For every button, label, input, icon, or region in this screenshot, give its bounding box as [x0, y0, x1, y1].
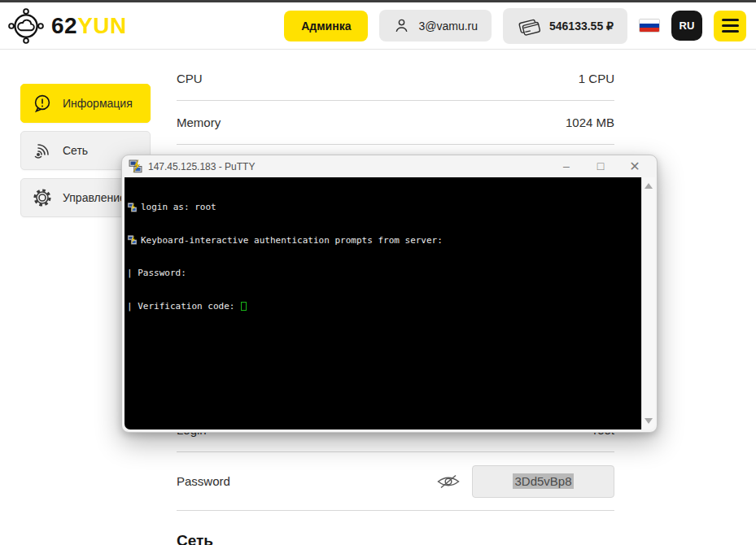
spec-row-cpu: CPU 1 CPU — [177, 57, 614, 101]
terminal-scrollbar[interactable] — [641, 177, 655, 429]
logo[interactable]: 62YUN — [8, 8, 127, 44]
eye-off-icon — [436, 473, 461, 490]
hamburger-bar — [722, 19, 739, 21]
scroll-up-icon[interactable] — [645, 183, 653, 189]
spec-label: Memory — [177, 116, 221, 129]
terminal-cursor — [241, 302, 247, 311]
minimize-button[interactable]: – — [549, 155, 583, 177]
password-input[interactable]: 3Dd5vBp8 — [472, 465, 614, 498]
toggle-password-visibility-button[interactable] — [436, 473, 461, 490]
spec-label: CPU — [177, 72, 203, 85]
terminal-text: login as: root — [141, 202, 216, 213]
terminal-text: | Password: — [127, 268, 186, 279]
terminal-line: | Verification code: — [127, 301, 641, 312]
terminal[interactable]: login as: root Keyboard-interactive auth… — [125, 177, 641, 429]
wallet-icon — [517, 15, 541, 37]
spec-value: 1 CPU — [579, 72, 614, 85]
gear-icon — [32, 187, 53, 208]
sidebar-item-label: Информация — [63, 97, 133, 110]
scroll-down-icon[interactable] — [645, 418, 653, 424]
putty-body: login as: root Keyboard-interactive auth… — [125, 177, 655, 429]
person-icon — [393, 17, 410, 34]
putty-bell-icon — [127, 203, 138, 212]
putty-window-controls: – □ ✕ — [549, 155, 652, 177]
flag-stripe-red — [640, 28, 659, 32]
hamburger-bar — [722, 30, 739, 33]
terminal-text: | Verification code: — [127, 301, 240, 312]
account-email: 3@vamu.ru — [418, 20, 478, 33]
info-bubble-icon — [32, 93, 53, 114]
network-icon — [32, 140, 53, 161]
hamburger-bar — [722, 24, 739, 27]
logo-text-62: 62 — [51, 13, 77, 38]
putty-bell-icon — [127, 235, 138, 245]
russian-flag-icon[interactable] — [639, 19, 660, 33]
logo-cloud-network-icon — [8, 8, 44, 44]
sidebar-item-label: Сеть — [63, 144, 88, 157]
balance-button[interactable]: 546133.55 ₽ — [503, 8, 627, 44]
putty-window-title: 147.45.125.183 - PuTTY — [148, 161, 255, 172]
password-value-selected-text: 3Dd5vBp8 — [513, 473, 573, 489]
terminal-line: Keyboard-interactive authentication prom… — [127, 235, 641, 246]
putty-window[interactable]: 147.45.125.183 - PuTTY – □ ✕ login as: r… — [121, 155, 658, 433]
balance-amount: 546133.55 ₽ — [549, 20, 614, 33]
terminal-text: Keyboard-interactive authentication prom… — [141, 235, 443, 246]
putty-app-icon — [129, 159, 142, 173]
hamburger-menu-button[interactable] — [714, 11, 746, 41]
putty-titlebar[interactable]: 147.45.125.183 - PuTTY – □ ✕ — [122, 155, 657, 177]
password-controls: 3Dd5vBp8 — [436, 465, 614, 498]
spec-row-memory: Memory 1024 MB — [177, 101, 614, 145]
language-button[interactable]: RU — [671, 11, 702, 41]
header: 62YUN Админка 3@vamu.ru 546133.55 ₽ — [0, 2, 756, 50]
logo-text-yun: YUN — [77, 13, 127, 38]
network-section-heading: Сеть — [177, 532, 614, 545]
account-button[interactable]: 3@vamu.ru — [379, 10, 492, 41]
terminal-line: login as: root — [127, 202, 641, 213]
logo-text: 62YUN — [51, 13, 127, 39]
maximize-button[interactable]: □ — [583, 155, 618, 177]
password-label: Password — [177, 474, 230, 488]
sidebar-item-label: Управление — [63, 191, 126, 204]
password-row: Password 3Dd5vBp8 — [177, 452, 614, 511]
admin-button[interactable]: Админка — [284, 11, 368, 41]
spec-value: 1024 MB — [566, 116, 614, 129]
header-actions: Админка 3@vamu.ru 546133.55 ₽ RU — [284, 8, 746, 44]
sidebar-item-information[interactable]: Информация — [20, 84, 151, 123]
terminal-line: | Password: — [127, 268, 641, 279]
close-button[interactable]: ✕ — [618, 155, 652, 177]
